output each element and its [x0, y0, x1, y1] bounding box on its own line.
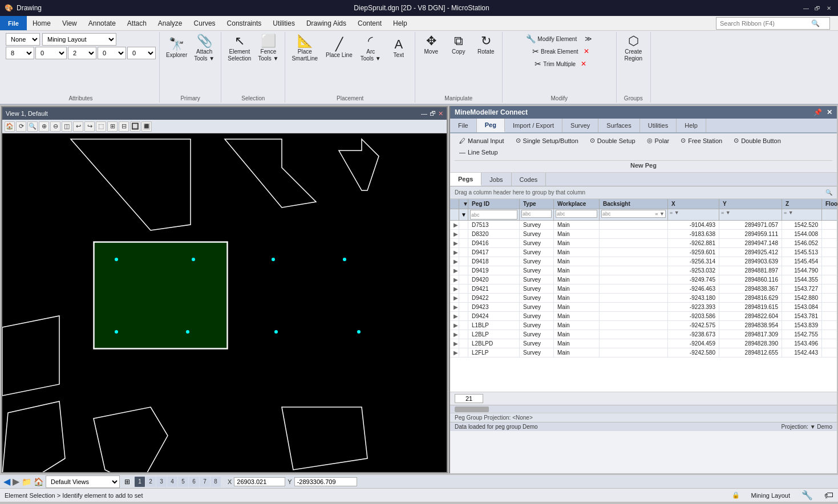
mm-scrollbar-h[interactable] — [450, 405, 837, 413]
row-expand-1[interactable]: ▶ — [450, 230, 459, 238]
mm-tab-file[interactable]: File — [450, 119, 477, 132]
create-region-button[interactable]: ⬡ CreateRegion — [621, 33, 646, 64]
mm-subtab-codes[interactable]: Codes — [512, 173, 546, 186]
nav-home-button[interactable]: 🏠 — [34, 477, 43, 486]
view-btn-6[interactable]: 6 — [189, 477, 199, 487]
filter-y-cell[interactable]: = ▼ — [719, 209, 782, 220]
modify-element-button[interactable]: 🔧 Modify Element — [523, 33, 580, 44]
restore-button[interactable]: 🗗 — [813, 3, 822, 13]
menu-analyze[interactable]: Analyze — [152, 16, 188, 30]
row-expand-14[interactable]: ▶ — [450, 348, 459, 357]
view-tool-8[interactable]: ↪ — [84, 121, 95, 132]
menu-utilities[interactable]: Utilities — [267, 16, 301, 30]
free-station-button[interactable]: ⊙ Free Station — [676, 136, 727, 145]
filter-pegid-input[interactable] — [481, 211, 515, 218]
menu-file[interactable]: File — [0, 16, 27, 30]
mm-close-button[interactable]: ✕ — [827, 108, 832, 116]
view-tool-2[interactable]: ⟳ — [16, 121, 26, 132]
x-coord-input[interactable] — [234, 477, 285, 486]
filter-x-cell[interactable]: = ▼ — [668, 209, 719, 220]
scale-select[interactable]: 0 — [127, 47, 156, 59]
view-tool-10[interactable]: ⊞ — [107, 121, 118, 132]
close-button[interactable]: ✕ — [824, 3, 833, 13]
fence-tools-button[interactable]: ⬜ FenceTools ▼ — [255, 33, 281, 64]
extra-modify-button[interactable]: ≫ — [582, 34, 595, 44]
view-btn-4[interactable]: 4 — [167, 477, 177, 487]
view-btn-2[interactable]: 2 — [145, 477, 156, 487]
view-restore-button[interactable]: 🗗 — [430, 110, 436, 117]
explorer-button[interactable]: 🔭 Explorer — [163, 36, 190, 60]
row-expand-13[interactable]: ▶ — [450, 339, 459, 348]
double-button-btn[interactable]: ⊙ Double Button — [729, 136, 786, 145]
lineweight-select[interactable]: 2 — [68, 47, 96, 59]
menu-drawing-aids[interactable]: Drawing Aids — [301, 16, 352, 30]
view-btn-7[interactable]: 7 — [200, 477, 210, 487]
view-minimize-button[interactable]: — — [421, 110, 427, 117]
mm-tab-peg[interactable]: Peg — [477, 119, 505, 132]
mm-tab-survey[interactable]: Survey — [562, 119, 598, 132]
menu-attach[interactable]: Attach — [122, 16, 152, 30]
filter-workplace-cell[interactable]: abc — [554, 209, 600, 220]
view-btn-5[interactable]: 5 — [178, 477, 188, 487]
projection-dropdown[interactable]: ▼ — [810, 424, 817, 430]
menu-content[interactable]: Content — [352, 16, 387, 30]
menu-curves[interactable]: Curves — [188, 16, 221, 30]
view-tool-4[interactable]: ⊕ — [39, 121, 49, 132]
row-expand-7[interactable]: ▶ — [450, 284, 459, 293]
mm-tab-help[interactable]: Help — [677, 119, 706, 132]
mm-tab-surfaces[interactable]: Surfaces — [598, 119, 639, 132]
arc-tools-button[interactable]: ◜ ArcTools ▼ — [358, 33, 384, 64]
nav-fwd-button[interactable]: ▶ — [13, 476, 19, 487]
view-tool-9[interactable]: ⬚ — [96, 121, 106, 132]
row-expand-6[interactable]: ▶ — [450, 275, 459, 284]
view-tool-7[interactable]: ↩ — [73, 121, 83, 132]
level-select[interactable]: None — [6, 33, 40, 46]
th-z[interactable]: Z — [782, 199, 822, 209]
view-tool-13[interactable]: 🔳 — [141, 121, 152, 132]
mm-subtab-pegs[interactable]: Pegs — [450, 173, 481, 186]
filter-search-icon[interactable]: 🔍 — [825, 189, 832, 196]
nav-folder-button[interactable]: 📁 — [22, 477, 31, 486]
search-input[interactable] — [720, 20, 811, 27]
row-expand-2[interactable]: ▶ — [450, 239, 459, 247]
view-tool-12[interactable]: 🔲 — [130, 121, 140, 132]
row-expand-4[interactable]: ▶ — [450, 257, 459, 266]
y-coord-input[interactable] — [294, 477, 357, 486]
mm-subtab-jobs[interactable]: Jobs — [481, 173, 511, 186]
row-expand-9[interactable]: ▶ — [450, 303, 459, 311]
filter-z-cell[interactable]: = ▼ — [782, 209, 822, 220]
view-tool-5[interactable]: ⊖ — [50, 121, 60, 132]
row-expand-11[interactable]: ▶ — [450, 321, 459, 330]
view-tool-1[interactable]: 🏠 — [5, 121, 15, 132]
copy-button[interactable]: ⧉ Copy — [446, 33, 471, 57]
double-setup-button[interactable]: ⊙ Double Setup — [585, 136, 640, 145]
filter-floor-cell[interactable] — [822, 209, 838, 220]
attach-tools-button[interactable]: 📎 AttachTools ▼ — [191, 33, 217, 64]
view-btn-8[interactable]: 8 — [210, 477, 221, 487]
default-views-select[interactable]: Default Views — [46, 475, 120, 488]
th-backsight[interactable]: Backsight — [600, 199, 668, 209]
view-tool-6[interactable]: ◫ — [62, 121, 72, 132]
menu-home[interactable]: Home — [27, 16, 56, 30]
row-expand-5[interactable]: ▶ — [450, 266, 459, 275]
menu-help[interactable]: Help — [387, 16, 413, 30]
view-tool-3[interactable]: 🔍 — [27, 121, 38, 132]
move-button[interactable]: ✥ Move — [419, 33, 444, 57]
rotate-button[interactable]: ↻ Rotate — [473, 33, 499, 57]
menu-constraints[interactable]: Constraints — [221, 16, 268, 30]
filter-type-cell[interactable]: abc — [520, 209, 554, 220]
row-expand-3[interactable]: ▶ — [450, 248, 459, 257]
place-smartline-button[interactable]: 📐 PlaceSmartLine — [289, 33, 321, 64]
break-element-button[interactable]: ✂ Break Element — [529, 46, 581, 57]
linestyle-select[interactable]: 0 — [35, 47, 67, 59]
th-pegid[interactable]: Peg ID — [468, 199, 520, 209]
polar-button[interactable]: ◎ Polar — [642, 136, 674, 145]
search-ribbon[interactable]: 🔍 — [716, 17, 830, 30]
menu-annotate[interactable]: Annotate — [83, 16, 122, 30]
view-btn-1[interactable]: 1 — [135, 477, 145, 487]
th-y[interactable]: Y — [719, 199, 782, 209]
row-expand-10[interactable]: ▶ — [450, 312, 459, 320]
angle-select[interactable]: 0 — [98, 47, 126, 59]
view-tool-11[interactable]: ⊟ — [119, 121, 129, 132]
filter-backsight-cell[interactable]: abc = ▼ — [600, 209, 668, 220]
